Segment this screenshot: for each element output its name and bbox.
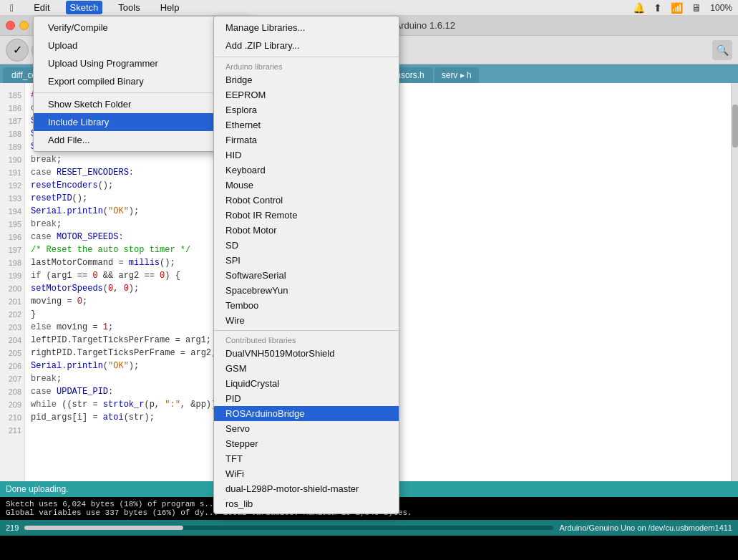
lib-item-sd[interactable]: SD <box>214 238 399 253</box>
lib-item-spacebrewyun[interactable]: SpacebrewYun <box>214 283 399 298</box>
traffic-light-red[interactable] <box>6 21 15 30</box>
apple-menu[interactable]:  <box>6 1 18 15</box>
lib-item-bridge[interactable]: Bridge <box>214 72 399 87</box>
lib-item-robot-ir-remote[interactable]: Robot IR Remote <box>214 208 399 223</box>
vertical-scrollbar[interactable] <box>731 83 738 481</box>
lib-item-robot-motor[interactable]: Robot Motor <box>214 223 399 238</box>
arduino-libraries-section: Arduino libraries <box>214 59 399 72</box>
lib-item-robot-control[interactable]: Robot Control <box>214 193 399 208</box>
lib-item-eeprom[interactable]: EEPROM <box>214 87 399 102</box>
lib-item-ethernet[interactable]: Ethernet <box>214 117 399 132</box>
menu-sketch[interactable]: Sketch <box>66 1 103 14</box>
board-info: Arduino/Genuino Uno on /dev/cu.usbmodem1… <box>559 523 732 532</box>
lib-item-hid[interactable]: HID <box>214 148 399 163</box>
menu-help[interactable]: Help <box>156 1 184 14</box>
lib-item-wire[interactable]: Wire <box>214 313 399 328</box>
line-number-indicator: 219 <box>6 523 19 532</box>
lib-item-liquidcrystal[interactable]: LiquidCrystal <box>214 376 399 391</box>
lib-item-firmata[interactable]: Firmata <box>214 132 399 148</box>
tab-more[interactable]: serv ▸ h <box>434 67 479 83</box>
lib-item-softwareserial[interactable]: SoftwareSerial <box>214 268 399 283</box>
lib-item-stepper[interactable]: Stepper <box>214 436 399 451</box>
lib-item-dual-vnh[interactable]: DualVNH5019MotorShield <box>214 346 399 361</box>
lib-item-ros-lib[interactable]: ros_lib <box>214 496 399 511</box>
lib-item-wifi[interactable]: WiFi <box>214 466 399 481</box>
monitor-icon: 🖥 <box>691 2 701 14</box>
include-library-submenu: Manage Libraries... Add .ZIP Library... … <box>213 16 399 514</box>
lib-item-dual-l298[interactable]: dual-L298P-motor-shield-master <box>214 481 399 496</box>
lib-item-keyboard[interactable]: Keyboard <box>214 163 399 178</box>
lib-item-ros-arduino-bridge[interactable]: ROSArduinoBridge <box>214 406 399 421</box>
lib-item-gsm[interactable]: GSM <box>214 361 399 376</box>
traffic-light-yellow[interactable] <box>19 21 29 30</box>
lib-item-esplora[interactable]: Esplora <box>214 102 399 117</box>
bell-icon: 🔔 <box>633 2 645 14</box>
submenu-manage-libraries[interactable]: Manage Libraries... <box>214 19 399 37</box>
submenu-add-zip[interactable]: Add .ZIP Library... <box>214 37 399 54</box>
menu-tools[interactable]: Tools <box>114 1 144 14</box>
lib-item-mouse[interactable]: Mouse <box>214 178 399 193</box>
lib-item-servo[interactable]: Servo <box>214 421 399 436</box>
lib-item-tft[interactable]: TFT <box>214 451 399 466</box>
progress-bar-container <box>24 526 553 530</box>
lib-item-pid[interactable]: PID <box>214 391 399 406</box>
verify-button[interactable]: ✓ <box>6 39 29 62</box>
share-icon: ⬆ <box>654 2 662 14</box>
contributed-libraries-section: Contributed libraries <box>214 333 399 346</box>
lib-item-spi[interactable]: SPI <box>214 253 399 268</box>
lib-item-temboo[interactable]: Temboo <box>214 298 399 313</box>
time-display: 100% <box>710 3 732 13</box>
search-box[interactable]: 🔍 <box>712 40 732 60</box>
wifi-icon: 📶 <box>671 2 683 14</box>
line-numbers: 185 186 187 188 189 190 191 192 193 194 … <box>0 83 25 481</box>
menu-edit[interactable]: Edit <box>29 1 54 14</box>
status-text: Done uploading. <box>6 484 68 494</box>
